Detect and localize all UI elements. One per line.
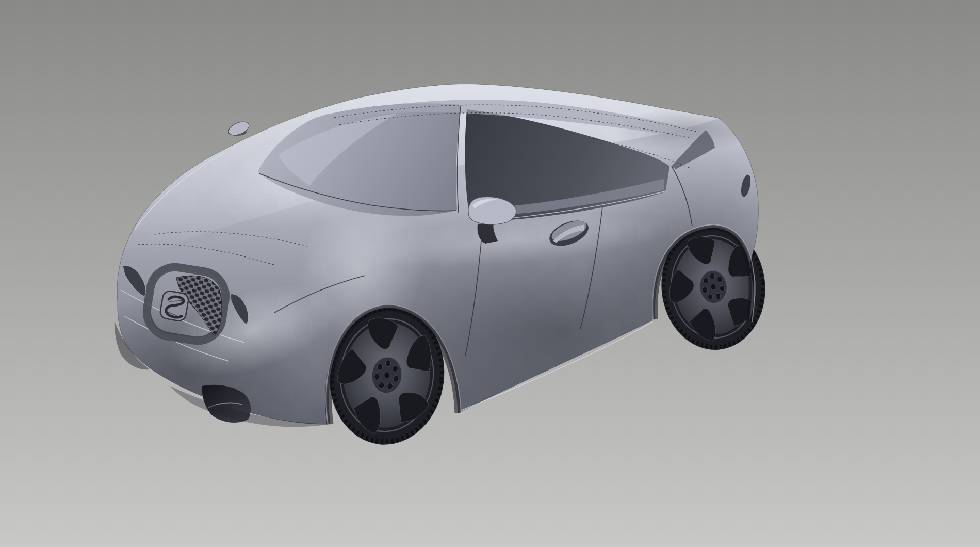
seat-badge xyxy=(159,290,190,322)
3d-viewport[interactable] xyxy=(0,0,980,547)
viewport-background xyxy=(0,0,980,547)
